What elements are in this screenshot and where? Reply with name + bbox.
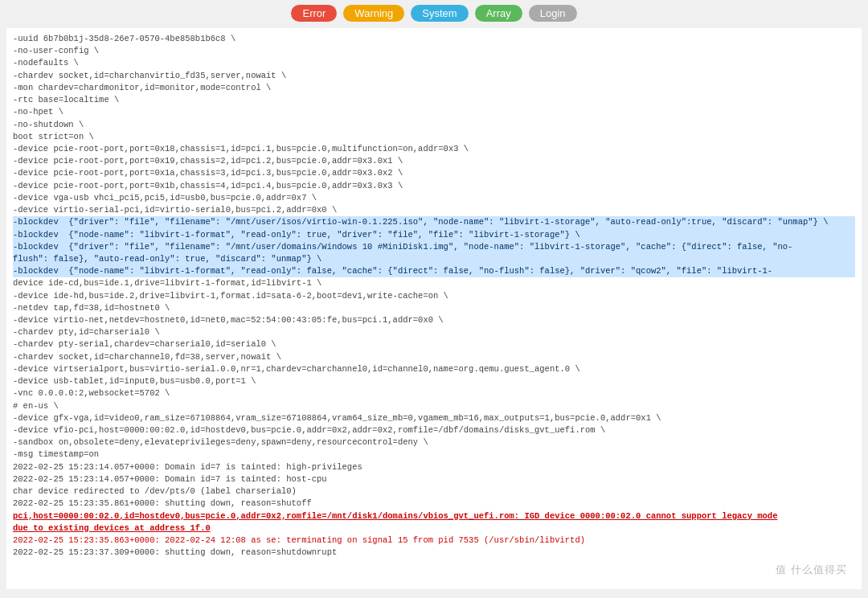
log-line: -device virtio-serial-pci,id=virtio-seri… [13,204,855,216]
system-filter-btn[interactable]: System [411,5,468,22]
log-line: -netdev tap,fd=38,id=hostnet0 \ [13,302,855,314]
log-line: -device ide-hd,bus=ide.2,drive=libvirt-1… [13,290,855,302]
log-line: -device virtserialport,bus=virtio-serial… [13,363,855,375]
log-line: # en-us \ [13,400,855,412]
warning-filter-btn[interactable]: Warning [343,5,404,22]
log-line: -device usb-tablet,id=input0,bus=usb0.0,… [13,375,855,387]
log-line: -device virtio-net,netdev=hostnet0,id=ne… [13,314,855,326]
log-line: -no-user-config \ [13,45,855,57]
log-line: -blockdev {"node-name": "libvirt-1-forma… [13,229,855,241]
log-line: -device gfx-vga,id=video0,ram_size=67108… [13,412,855,424]
log-line: -device pcie-root-port,port=0x1b,chassis… [13,180,855,192]
log-line: -nodefaults \ [13,57,855,69]
array-filter-btn[interactable]: Array [475,5,522,22]
log-line: -msg timestamp=on [13,448,855,461]
log-line: -device vfio-pci,host=0000:00:02.0,id=ho… [13,424,855,436]
watermark: 值 什么值得买 [776,563,847,578]
log-line: -blockdev {"driver": "file", "filename":… [13,216,855,228]
log-line: -no-hpet \ [13,106,855,118]
log-line: -device pcie-root-port,port=0x18,chassis… [13,143,855,155]
log-line: -uuid 6b7b0b1j-35d8-26e7-0570-4be858b1b6… [13,33,855,45]
log-line: -sandbox on,obsolete=deny,elevateprivile… [13,436,855,448]
log-line: -mon chardev=chardmonitor,id=monitor,mod… [13,82,855,94]
log-line: boot strict=on \ [13,131,855,143]
log-line: flush": false}, "auto-read-only": true, … [13,253,855,265]
log-line: -chardev pty-serial,chardev=charserial0,… [13,338,855,350]
error-filter-btn[interactable]: Error [291,5,337,22]
top-bar: ErrorWarningSystemArrayLogin [0,0,868,28]
log-line: 2022-02-25 15:23:14.057+0000: Domain id=… [13,473,855,485]
log-line: 2022-02-25 15:23:14.057+0000: Domain id=… [13,461,855,473]
log-area[interactable]: -uuid 6b7b0b1j-35d8-26e7-0570-4be858b1b6… [6,28,862,589]
log-line: -chardev socket,id=charchannel0,fd=38,se… [13,351,855,363]
login-filter-btn[interactable]: Login [529,5,577,22]
log-line: device ide-cd,bus=ide.1,drive=libvirt-1-… [13,277,855,289]
log-line: 2022-02-25 15:23:35.861+0000: shutting d… [13,498,855,510]
log-line: -chardev pty,id=charserial0 \ [13,326,855,338]
log-line: -device vga-usb vhci_pci5,pci5,id=usb0,b… [13,192,855,204]
log-line: char device redirected to /dev/pts/0 (la… [13,485,855,498]
log-line: -device pcie-root-port,port=0x1a,chassis… [13,167,855,179]
log-line: -no-shutdown \ [13,119,855,131]
log-line: -blockdev {"node-name": "libvirt-1-forma… [13,265,855,277]
log-line: -device pcie-root-port,port=0x19,chassis… [13,155,855,167]
log-line: -chardev socket,id=charchanvirtio_fd35,s… [13,70,855,82]
log-line: pci,host=0000:00:02.0,id=hostdev0,bus=pc… [13,510,855,535]
log-line: -rtc base=localtime \ [13,94,855,106]
log-line: 2022-02-25 15:23:37.309+0000: shutting d… [13,547,855,559]
log-line: 2022-02-25 15:23:35.863+0000: 2022-02-24… [13,535,855,547]
log-line: -vnc 0.0.0.0:2,websocket=5702 \ [13,387,855,399]
log-line: -blockdev {"driver": "file", "filename":… [13,241,855,253]
